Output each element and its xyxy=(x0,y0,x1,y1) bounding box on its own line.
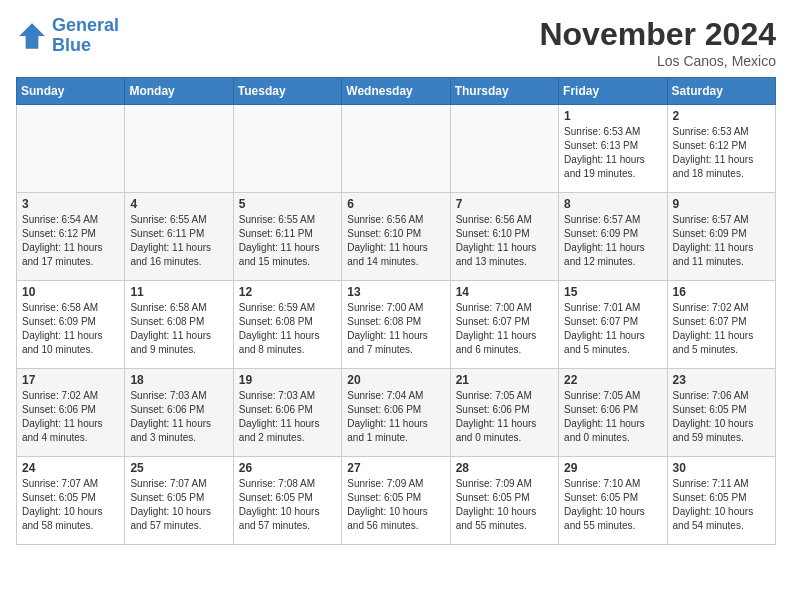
day-number: 7 xyxy=(456,197,553,211)
day-number: 1 xyxy=(564,109,661,123)
day-info: Sunset: 6:05 PM xyxy=(673,403,770,417)
day-info: Daylight: 11 hours xyxy=(239,329,336,343)
day-info: Daylight: 11 hours xyxy=(673,153,770,167)
day-info: Daylight: 10 hours xyxy=(673,417,770,431)
day-number: 6 xyxy=(347,197,444,211)
day-info: Sunrise: 7:05 AM xyxy=(456,389,553,403)
calendar-cell: 9Sunrise: 6:57 AMSunset: 6:09 PMDaylight… xyxy=(667,193,775,281)
calendar-cell: 7Sunrise: 6:56 AMSunset: 6:10 PMDaylight… xyxy=(450,193,558,281)
calendar-table: SundayMondayTuesdayWednesdayThursdayFrid… xyxy=(16,77,776,545)
day-info: and 13 minutes. xyxy=(456,255,553,269)
calendar-cell: 29Sunrise: 7:10 AMSunset: 6:05 PMDayligh… xyxy=(559,457,667,545)
calendar-cell: 25Sunrise: 7:07 AMSunset: 6:05 PMDayligh… xyxy=(125,457,233,545)
day-number: 27 xyxy=(347,461,444,475)
calendar-cell: 28Sunrise: 7:09 AMSunset: 6:05 PMDayligh… xyxy=(450,457,558,545)
day-number: 26 xyxy=(239,461,336,475)
day-info: Sunset: 6:08 PM xyxy=(130,315,227,329)
day-number: 21 xyxy=(456,373,553,387)
day-info: Daylight: 11 hours xyxy=(347,417,444,431)
day-info: Sunrise: 7:00 AM xyxy=(456,301,553,315)
day-info: and 0 minutes. xyxy=(564,431,661,445)
day-info: Sunrise: 7:07 AM xyxy=(130,477,227,491)
day-info: Daylight: 11 hours xyxy=(130,329,227,343)
day-info: Sunrise: 6:58 AM xyxy=(130,301,227,315)
calendar-week-3: 10Sunrise: 6:58 AMSunset: 6:09 PMDayligh… xyxy=(17,281,776,369)
day-info: and 14 minutes. xyxy=(347,255,444,269)
logo-text: General Blue xyxy=(52,16,119,56)
day-info: Daylight: 11 hours xyxy=(564,153,661,167)
calendar-cell: 13Sunrise: 7:00 AMSunset: 6:08 PMDayligh… xyxy=(342,281,450,369)
day-info: and 54 minutes. xyxy=(673,519,770,533)
day-number: 25 xyxy=(130,461,227,475)
calendar-cell: 30Sunrise: 7:11 AMSunset: 6:05 PMDayligh… xyxy=(667,457,775,545)
logo-icon xyxy=(16,20,48,52)
weekday-header-tuesday: Tuesday xyxy=(233,78,341,105)
weekday-header-saturday: Saturday xyxy=(667,78,775,105)
day-info: Sunset: 6:10 PM xyxy=(456,227,553,241)
day-info: Sunset: 6:05 PM xyxy=(564,491,661,505)
day-info: and 17 minutes. xyxy=(22,255,119,269)
day-info: Daylight: 10 hours xyxy=(673,505,770,519)
day-info: Sunrise: 6:55 AM xyxy=(239,213,336,227)
day-info: and 18 minutes. xyxy=(673,167,770,181)
calendar-cell: 27Sunrise: 7:09 AMSunset: 6:05 PMDayligh… xyxy=(342,457,450,545)
day-info: and 19 minutes. xyxy=(564,167,661,181)
day-info: Sunset: 6:06 PM xyxy=(239,403,336,417)
day-info: and 10 minutes. xyxy=(22,343,119,357)
day-info: Daylight: 11 hours xyxy=(673,329,770,343)
day-info: Sunrise: 7:02 AM xyxy=(673,301,770,315)
day-info: Daylight: 10 hours xyxy=(456,505,553,519)
day-info: and 2 minutes. xyxy=(239,431,336,445)
calendar-cell: 4Sunrise: 6:55 AMSunset: 6:11 PMDaylight… xyxy=(125,193,233,281)
month-title: November 2024 xyxy=(539,16,776,53)
day-info: and 12 minutes. xyxy=(564,255,661,269)
calendar-cell: 2Sunrise: 6:53 AMSunset: 6:12 PMDaylight… xyxy=(667,105,775,193)
day-info: Sunset: 6:10 PM xyxy=(347,227,444,241)
day-number: 5 xyxy=(239,197,336,211)
day-number: 22 xyxy=(564,373,661,387)
day-number: 9 xyxy=(673,197,770,211)
day-info: Sunrise: 7:09 AM xyxy=(456,477,553,491)
logo-line2: Blue xyxy=(52,35,91,55)
day-info: Sunrise: 6:53 AM xyxy=(564,125,661,139)
day-number: 15 xyxy=(564,285,661,299)
day-info: Sunrise: 7:06 AM xyxy=(673,389,770,403)
weekday-header-row: SundayMondayTuesdayWednesdayThursdayFrid… xyxy=(17,78,776,105)
day-info: Daylight: 11 hours xyxy=(239,417,336,431)
day-info: Sunrise: 6:54 AM xyxy=(22,213,119,227)
calendar-cell: 23Sunrise: 7:06 AMSunset: 6:05 PMDayligh… xyxy=(667,369,775,457)
day-info: Sunrise: 7:11 AM xyxy=(673,477,770,491)
day-info: Sunset: 6:11 PM xyxy=(239,227,336,241)
day-info: Daylight: 10 hours xyxy=(239,505,336,519)
day-number: 24 xyxy=(22,461,119,475)
day-info: and 55 minutes. xyxy=(456,519,553,533)
day-number: 10 xyxy=(22,285,119,299)
calendar-cell: 18Sunrise: 7:03 AMSunset: 6:06 PMDayligh… xyxy=(125,369,233,457)
calendar-cell: 20Sunrise: 7:04 AMSunset: 6:06 PMDayligh… xyxy=(342,369,450,457)
day-info: Sunrise: 7:05 AM xyxy=(564,389,661,403)
day-number: 30 xyxy=(673,461,770,475)
day-info: and 58 minutes. xyxy=(22,519,119,533)
day-info: Sunset: 6:09 PM xyxy=(673,227,770,241)
title-section: November 2024 Los Canos, Mexico xyxy=(539,16,776,69)
day-info: Sunrise: 7:03 AM xyxy=(130,389,227,403)
weekday-header-friday: Friday xyxy=(559,78,667,105)
day-info: Sunset: 6:05 PM xyxy=(130,491,227,505)
day-info: Sunset: 6:12 PM xyxy=(673,139,770,153)
day-info: and 56 minutes. xyxy=(347,519,444,533)
day-info: and 0 minutes. xyxy=(456,431,553,445)
day-info: Sunrise: 6:56 AM xyxy=(456,213,553,227)
day-info: Daylight: 10 hours xyxy=(347,505,444,519)
page-header: General Blue November 2024 Los Canos, Me… xyxy=(16,16,776,69)
day-info: Daylight: 11 hours xyxy=(564,241,661,255)
day-info: Sunrise: 7:04 AM xyxy=(347,389,444,403)
calendar-cell: 8Sunrise: 6:57 AMSunset: 6:09 PMDaylight… xyxy=(559,193,667,281)
day-info: Daylight: 11 hours xyxy=(22,241,119,255)
day-info: Sunset: 6:09 PM xyxy=(22,315,119,329)
day-info: Sunset: 6:07 PM xyxy=(673,315,770,329)
day-number: 28 xyxy=(456,461,553,475)
day-number: 19 xyxy=(239,373,336,387)
calendar-cell xyxy=(17,105,125,193)
day-info: Daylight: 10 hours xyxy=(22,505,119,519)
day-number: 16 xyxy=(673,285,770,299)
